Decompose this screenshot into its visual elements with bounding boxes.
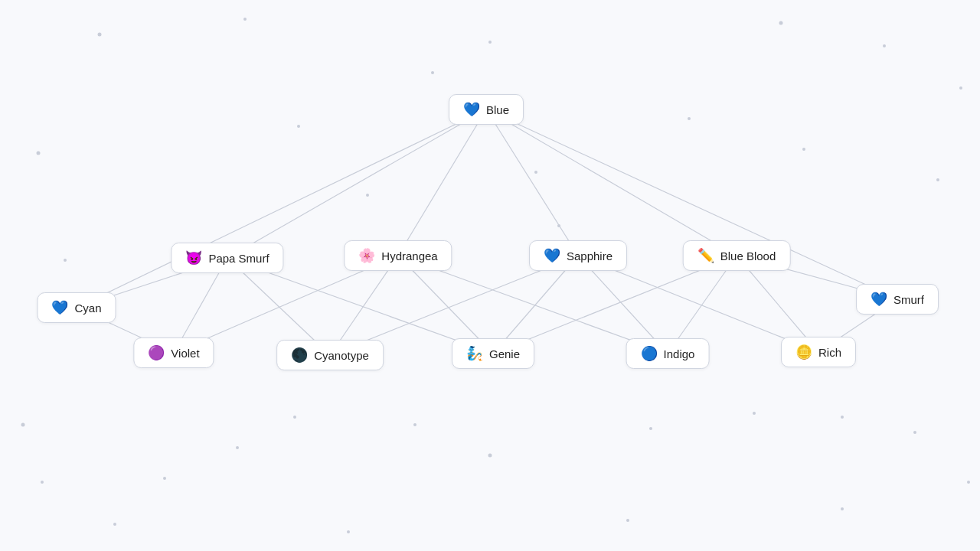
decorative-dot: [753, 412, 756, 415]
node-label-smurf: Smurf: [893, 293, 924, 306]
node-label-sapphire: Sapphire: [567, 249, 612, 262]
node-icon-cyan: 💙: [51, 301, 68, 315]
decorative-dot: [21, 423, 25, 427]
node-icon-rich: 🪙: [795, 345, 812, 359]
decorative-dot: [967, 481, 970, 484]
node-label-indigo: Indigo: [664, 347, 695, 360]
node-icon-papa-smurf: 😈: [185, 251, 202, 265]
node-label-rich: Rich: [818, 346, 841, 359]
decorative-dot: [802, 148, 805, 151]
decorative-dot: [688, 117, 691, 120]
node-label-genie: Genie: [489, 347, 520, 360]
node-icon-cyanotype: 🌑: [291, 348, 308, 362]
node-label-violet: Violet: [171, 347, 199, 360]
node-icon-indigo: 🔵: [641, 347, 658, 360]
decorative-dot: [98, 33, 102, 37]
node-smurf[interactable]: 💙Smurf: [856, 284, 939, 315]
decorative-dot: [488, 41, 492, 44]
decorative-dot: [113, 523, 116, 526]
decorative-dot: [163, 477, 166, 480]
decorative-dot: [243, 18, 247, 21]
node-violet[interactable]: 🟣Violet: [133, 337, 214, 368]
node-hydrangea[interactable]: 🌸Hydrangea: [344, 240, 452, 271]
decorative-dot: [557, 224, 560, 227]
connection-lines: [0, 0, 980, 551]
decorative-dot: [936, 178, 939, 181]
decorative-dot: [37, 152, 41, 155]
decorative-dot: [236, 446, 239, 449]
node-icon-genie: 🧞: [466, 347, 483, 360]
node-sapphire[interactable]: 💙Sapphire: [529, 240, 627, 271]
svg-line-1: [398, 109, 486, 256]
decorative-dot: [649, 427, 652, 430]
decorative-dot: [841, 507, 844, 510]
node-rich[interactable]: 🪙Rich: [781, 337, 856, 367]
node-icon-violet: 🟣: [148, 346, 165, 360]
node-label-cyanotype: Cyanotype: [314, 349, 369, 362]
decorative-dot: [534, 171, 537, 174]
node-papa-smurf[interactable]: 😈Papa Smurf: [171, 243, 283, 273]
decorative-dot: [959, 86, 962, 90]
node-icon-blue-blood: ✏️: [697, 249, 714, 262]
decorative-dot: [431, 71, 434, 74]
node-blue-blood[interactable]: ✏️Blue Blood: [683, 240, 791, 271]
decorative-dot: [413, 423, 416, 426]
decorative-dot: [347, 530, 350, 533]
node-icon-hydrangea: 🌸: [358, 249, 375, 262]
svg-line-2: [486, 109, 578, 256]
node-cyanotype[interactable]: 🌑Cyanotype: [276, 340, 384, 370]
decorative-dot: [841, 416, 844, 419]
decorative-dot: [297, 125, 300, 128]
node-label-blue: Blue: [486, 103, 509, 116]
svg-line-4: [77, 109, 486, 308]
svg-line-0: [227, 109, 486, 258]
decorative-dot: [488, 454, 492, 458]
decorative-dot: [626, 519, 629, 522]
node-blue[interactable]: 💙Blue: [449, 94, 524, 125]
node-icon-blue: 💙: [463, 103, 480, 116]
decorative-dot: [366, 194, 369, 197]
node-label-blue-blood: Blue Blood: [720, 249, 776, 262]
node-label-cyan: Cyan: [74, 302, 101, 315]
node-icon-sapphire: 💙: [544, 249, 560, 262]
decorative-dot: [64, 259, 67, 262]
decorative-dot: [41, 481, 44, 484]
decorative-dot: [779, 21, 783, 25]
node-indigo[interactable]: 🔵Indigo: [626, 338, 710, 369]
node-icon-smurf: 💙: [871, 292, 887, 306]
decorative-dot: [883, 44, 886, 47]
decorative-dot: [293, 416, 296, 419]
node-genie[interactable]: 🧞Genie: [452, 338, 534, 369]
node-cyan[interactable]: 💙Cyan: [37, 292, 116, 323]
svg-line-3: [486, 109, 737, 256]
node-label-papa-smurf: Papa Smurf: [208, 252, 269, 265]
decorative-dots: [0, 0, 980, 551]
node-label-hydrangea: Hydrangea: [381, 249, 437, 262]
decorative-dot: [913, 431, 916, 434]
